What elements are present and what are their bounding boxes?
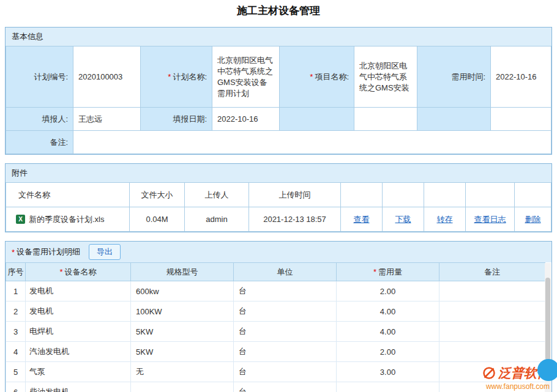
need-time-value: 2022-10-16 xyxy=(491,46,551,108)
device-unit: 台 xyxy=(234,342,337,362)
device-name-header: *设备名称 xyxy=(26,263,131,281)
required-mark: * xyxy=(168,72,171,81)
reporter-label: 填报人: xyxy=(6,108,73,131)
upload-time-cell: 2021-12-13 18:57 xyxy=(249,207,341,232)
export-button[interactable]: 导出 xyxy=(89,244,121,260)
device-name: 电焊机 xyxy=(26,322,131,342)
device-model: 100KW xyxy=(131,301,234,322)
service-float-icon[interactable] xyxy=(537,359,557,381)
report-date-value: 2022-10-16 xyxy=(212,108,280,131)
action-header-cell xyxy=(341,183,383,207)
device-model: 5KW xyxy=(131,322,234,342)
page-title: 施工主材设备管理 xyxy=(0,5,557,17)
row-no: 6 xyxy=(6,382,26,392)
report-date-label: 填报日期: xyxy=(141,108,212,131)
device-remark xyxy=(439,342,545,362)
fanpu-logo-icon xyxy=(482,366,496,380)
file-size-cell: 0.04M xyxy=(130,207,185,232)
download-link[interactable]: 下载 xyxy=(395,215,411,224)
detail-section-title: 设备需用计划明细 xyxy=(17,246,80,257)
action-header-cell xyxy=(515,183,551,207)
required-mark: * xyxy=(12,248,15,257)
file-name-header: 文件名称 xyxy=(6,183,130,207)
device-name: 发电机 xyxy=(26,281,131,301)
attachments-header-row: 文件名称 文件大小 上传人 上传时间 xyxy=(6,183,551,207)
row-no: 2 xyxy=(6,301,26,322)
save-as-link[interactable]: 转存 xyxy=(437,215,453,224)
need-time-label: 需用时间: xyxy=(417,46,491,108)
basic-info-row-3: 备注: xyxy=(6,131,551,154)
row-no: 5 xyxy=(6,362,26,382)
uploader-header: 上传人 xyxy=(185,183,249,207)
plan-name-label: *计划名称: xyxy=(141,46,212,108)
required-mark: * xyxy=(59,267,62,276)
device-name: 汽油发电机 xyxy=(26,342,131,362)
remark-header: 备注 xyxy=(439,263,545,281)
device-qty: 2.00 xyxy=(337,281,439,301)
device-model: 600kw xyxy=(131,281,234,301)
basic-info-section-title: 基本信息 xyxy=(12,31,43,42)
device-row: 5 气泵 无 台 3.00 xyxy=(6,362,545,382)
file-name-text: 新的季度设备计划.xls xyxy=(29,214,105,225)
attachments-section-title: 附件 xyxy=(12,168,28,179)
action-cell: 删除 xyxy=(515,207,551,232)
plan-name-value: 北京朝阳区电气中芯特气系统之GMS安装设备需用计划 xyxy=(212,46,280,108)
excel-file-icon: X xyxy=(16,215,25,224)
remark-label: 备注: xyxy=(6,131,73,154)
required-mark: * xyxy=(373,267,376,276)
basic-info-table: 计划编号: 2020100003 *计划名称: 北京朝阳区电气中芯特气系统之GM… xyxy=(6,46,551,154)
page: 施工主材设备管理 基本信息 计划编号: 2020100003 *计划名称: xyxy=(0,0,557,392)
device-unit: 台 xyxy=(234,281,337,301)
basic-info-panel: 基本信息 计划编号: 2020100003 *计划名称: 北京朝阳区电气 xyxy=(5,27,552,155)
required-mark: * xyxy=(310,72,313,81)
action-header-cell xyxy=(466,183,515,207)
remark-value xyxy=(73,131,551,154)
reporter-value: 王志远 xyxy=(73,108,141,131)
action-cell: 查看 xyxy=(341,207,383,232)
device-row: 3 电焊机 5KW 台 4.00 xyxy=(6,322,545,342)
file-name-cell: X 新的季度设备计划.xls xyxy=(6,207,130,232)
device-model: 5KW xyxy=(131,342,234,362)
equipment-detail-table: 序号 *设备名称 规格型号 单位 *需用量 备注 1 发电机 600kw xyxy=(6,262,545,392)
action-header-cell xyxy=(424,183,466,207)
device-remark xyxy=(439,281,545,301)
action-cell: 转存 xyxy=(424,207,466,232)
row-no: 4 xyxy=(6,342,26,362)
unit-header: 单位 xyxy=(234,263,337,281)
view-link[interactable]: 查看 xyxy=(354,215,370,224)
device-row: 2 发电机 100KW 台 4.00 xyxy=(6,301,545,322)
device-qty xyxy=(337,382,439,392)
device-unit: 台 xyxy=(234,301,337,322)
no-header: 序号 xyxy=(6,263,26,281)
view-log-link[interactable]: 查看日志 xyxy=(474,215,506,224)
device-qty: 3.00 xyxy=(337,362,439,382)
device-qty: 4.00 xyxy=(337,301,439,322)
action-cell: 下载 xyxy=(383,207,424,232)
brand-watermark: 泛普软件 www.fanpusoft.com xyxy=(482,364,550,391)
device-model xyxy=(131,382,234,392)
device-qty: 4.00 xyxy=(337,322,439,342)
device-name: 柴油发电机 xyxy=(26,382,131,392)
basic-info-section-header: 基本信息 xyxy=(6,28,551,46)
scrollbar-thumb[interactable] xyxy=(545,278,550,360)
empty-value-cell xyxy=(491,108,551,131)
basic-info-row-1: 计划编号: 2020100003 *计划名称: 北京朝阳区电气中芯特气系统之GM… xyxy=(6,46,551,108)
detail-header-row: 序号 *设备名称 规格型号 单位 *需用量 备注 xyxy=(6,263,545,281)
file-size-header: 文件大小 xyxy=(130,183,185,207)
action-header-cell xyxy=(383,183,424,207)
attachments-table: 文件名称 文件大小 上传人 上传时间 X 新的季度设备计划.xls xyxy=(6,182,551,232)
qty-header: *需用量 xyxy=(337,263,439,281)
device-remark xyxy=(439,322,545,342)
empty-label-cell xyxy=(417,108,491,131)
device-name: 发电机 xyxy=(26,301,131,322)
device-row: 6 柴油发电机 台 xyxy=(6,382,545,392)
device-name: 气泵 xyxy=(26,362,131,382)
action-cell: 查看日志 xyxy=(466,207,515,232)
empty-value-cell xyxy=(354,108,417,131)
device-row: 4 汽油发电机 5KW 台 2.00 xyxy=(6,342,545,362)
uploader-cell: admin xyxy=(185,207,249,232)
delete-link[interactable]: 删除 xyxy=(525,215,541,224)
row-no: 1 xyxy=(6,281,26,301)
plan-no-label: 计划编号: xyxy=(6,46,73,108)
row-no: 3 xyxy=(6,322,26,342)
